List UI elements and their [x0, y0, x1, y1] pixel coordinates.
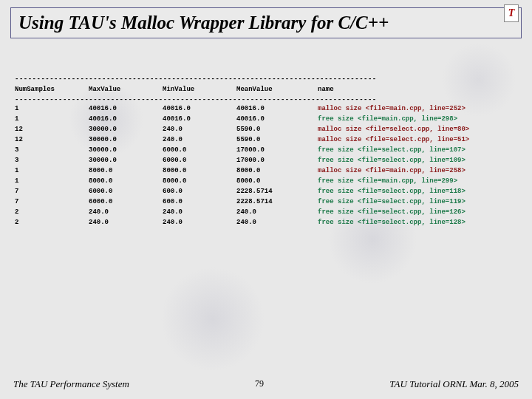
- cell: 17000.0: [236, 155, 318, 166]
- cell: 6000.0: [89, 186, 163, 197]
- table-row: 18000.08000.08000.0free size <file=main.…: [15, 176, 517, 186]
- footer-page: 79: [255, 378, 264, 390]
- table-area: ----------------------------------------…: [15, 75, 517, 228]
- table-header: NumSamples MaxValue MinValue MeanValue n…: [15, 84, 517, 95]
- cell: 2: [15, 217, 89, 228]
- col-numsamples: NumSamples: [15, 84, 89, 95]
- cell: 240.0: [163, 207, 236, 217]
- cell: 240.0: [89, 217, 163, 228]
- table-row: 1230000.0240.05590.0malloc size <file=se…: [15, 134, 517, 145]
- cell: 40016.0: [163, 103, 236, 114]
- cell: 30000.0: [89, 134, 163, 145]
- cell: malloc size <file=select.cpp, line=51>: [318, 134, 517, 145]
- cell: free size <file=select.cpp, line=118>: [318, 186, 517, 197]
- cell: 8000.0: [163, 176, 236, 186]
- cell: 5590.0: [236, 124, 318, 134]
- cell: free size <file=select.cpp, line=126>: [318, 207, 517, 217]
- footer-right: TAU Tutorial ORNL Mar. 8, 2005: [389, 378, 519, 390]
- table-row: 18000.08000.08000.0malloc size <file=mai…: [15, 166, 517, 176]
- cell: 17000.0: [236, 145, 318, 155]
- cell: 30000.0: [89, 124, 163, 134]
- cell: 12: [15, 134, 89, 145]
- cell: 40016.0: [163, 114, 236, 124]
- cell: free size <file=select.cpp, line=119>: [318, 197, 517, 207]
- cell: 240.0: [89, 207, 163, 217]
- cell: malloc size <file=main.cpp, line=258>: [318, 166, 517, 176]
- cell: 7: [15, 186, 89, 197]
- rule-mid: ----------------------------------------…: [15, 96, 517, 103]
- table-row: 1230000.0240.05590.0malloc size <file=se…: [15, 124, 517, 134]
- cell: 240.0: [163, 217, 236, 228]
- cell: 8000.0: [163, 166, 236, 176]
- cell: free size <file=select.cpp, line=107>: [318, 145, 517, 155]
- cell: 1: [15, 103, 89, 114]
- rule-top: ----------------------------------------…: [15, 75, 517, 83]
- cell: 1: [15, 166, 89, 176]
- cell: 240.0: [163, 134, 236, 145]
- cell: 240.0: [236, 217, 318, 228]
- cell: 8000.0: [236, 176, 318, 186]
- cell: 600.0: [163, 197, 236, 207]
- cell: free size <file=select.cpp, line=128>: [318, 217, 517, 228]
- cell: 6000.0: [163, 155, 236, 166]
- title-box: Using TAU's Malloc Wrapper Library for C…: [10, 7, 522, 38]
- col-name: name: [318, 84, 517, 95]
- table-row: 76000.0600.02228.5714free size <file=sel…: [15, 186, 517, 197]
- cell: 7: [15, 197, 89, 207]
- cell: 40016.0: [89, 114, 163, 124]
- cell: 40016.0: [89, 103, 163, 114]
- cell: 8000.0: [89, 176, 163, 186]
- col-meanvalue: MeanValue: [236, 84, 318, 95]
- table-row: 76000.0600.02228.5714free size <file=sel…: [15, 197, 517, 207]
- cell: 1: [15, 114, 89, 124]
- cell: 2228.5714: [236, 186, 318, 197]
- cell: 2228.5714: [236, 197, 318, 207]
- cell: 5590.0: [236, 134, 318, 145]
- cell: 6000.0: [89, 197, 163, 207]
- table-row: 330000.06000.017000.0free size <file=sel…: [15, 155, 517, 166]
- col-maxvalue: MaxValue: [89, 84, 163, 95]
- cell: 40016.0: [236, 103, 318, 114]
- cell: 3: [15, 145, 89, 155]
- cell: 8000.0: [236, 166, 318, 176]
- cell: 8000.0: [89, 166, 163, 176]
- cell: free size <file=select.cpp, line=109>: [318, 155, 517, 166]
- table-row: 140016.040016.040016.0free size <file=ma…: [15, 114, 517, 124]
- cell: 2: [15, 207, 89, 217]
- cell: 12: [15, 124, 89, 134]
- footer: The TAU Performance System 79 TAU Tutori…: [0, 378, 532, 390]
- footer-left: The TAU Performance System: [13, 378, 129, 390]
- tau-logo: T: [504, 4, 519, 22]
- cell: malloc size <file=main.cpp, line=252>: [318, 103, 517, 114]
- cell: 6000.0: [163, 145, 236, 155]
- cell: free size <file=main.cpp, line=298>: [318, 114, 517, 124]
- cell: 240.0: [236, 207, 318, 217]
- cell: free size <file=main.cpp, line=299>: [318, 176, 517, 186]
- table-body: 140016.040016.040016.0malloc size <file=…: [15, 103, 517, 228]
- cell: 600.0: [163, 186, 236, 197]
- cell: 240.0: [163, 124, 236, 134]
- cell: 30000.0: [89, 145, 163, 155]
- cell: 1: [15, 176, 89, 186]
- table-row: 140016.040016.040016.0malloc size <file=…: [15, 103, 517, 114]
- table-row: 330000.06000.017000.0free size <file=sel…: [15, 145, 517, 155]
- cell: malloc size <file=select.cpp, line=80>: [318, 124, 517, 134]
- cell: 30000.0: [89, 155, 163, 166]
- slide-title: Using TAU's Malloc Wrapper Library for C…: [18, 13, 514, 33]
- cell: 40016.0: [236, 114, 318, 124]
- table-row: 2240.0240.0240.0free size <file=select.c…: [15, 207, 517, 217]
- table-row: 2240.0240.0240.0free size <file=select.c…: [15, 217, 517, 228]
- cell: 3: [15, 155, 89, 166]
- col-minvalue: MinValue: [163, 84, 236, 95]
